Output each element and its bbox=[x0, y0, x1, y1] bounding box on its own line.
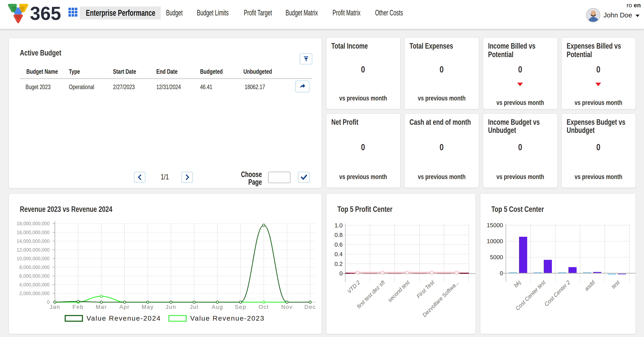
svg-text:Jan: Jan bbox=[50, 304, 60, 310]
svg-text:1.0: 1.0 bbox=[334, 222, 342, 228]
svg-text:Value Revenue-2023: Value Revenue-2023 bbox=[190, 314, 264, 322]
svg-text:0.6: 0.6 bbox=[334, 241, 342, 248]
svg-text:VTD 2: VTD 2 bbox=[346, 279, 361, 294]
svg-text:Jul: Jul bbox=[190, 304, 198, 310]
svg-text:4,000,000,000: 4,000,000,000 bbox=[19, 282, 50, 287]
svg-text:Cost Center 2: Cost Center 2 bbox=[543, 279, 571, 307]
svg-text:10000: 10000 bbox=[486, 238, 503, 244]
svg-text:8,000,000,000: 8,000,000,000 bbox=[19, 264, 50, 270]
svg-text:15000: 15000 bbox=[486, 222, 503, 228]
svg-text:Mar: Mar bbox=[96, 304, 107, 310]
svg-text:0.4: 0.4 bbox=[334, 251, 342, 257]
svg-text:May: May bbox=[142, 304, 154, 310]
svg-text:Feb: Feb bbox=[72, 304, 84, 310]
svg-text:First Test: First Test bbox=[415, 279, 436, 299]
svg-text:12,000,000,000: 12,000,000,000 bbox=[16, 247, 50, 252]
svg-text:bkj: bkj bbox=[512, 279, 522, 288]
svg-text:2,000,000,000: 2,000,000,000 bbox=[19, 290, 50, 296]
svg-text:0.2: 0.2 bbox=[334, 260, 342, 267]
svg-text:16,000,000,000: 16,000,000,000 bbox=[16, 230, 50, 235]
svg-text:Jun: Jun bbox=[166, 304, 176, 310]
svg-text:Sep: Sep bbox=[235, 304, 246, 310]
svg-text:0: 0 bbox=[47, 299, 50, 304]
svg-text:test: test bbox=[610, 279, 621, 290]
svg-text:14,000,000,000: 14,000,000,000 bbox=[16, 238, 50, 244]
svg-text:10,000,000,000: 10,000,000,000 bbox=[16, 256, 50, 261]
svg-text:Aug: Aug bbox=[212, 304, 223, 310]
svg-text:asdd: asdd bbox=[583, 279, 596, 292]
svg-text:0.8: 0.8 bbox=[334, 232, 342, 238]
svg-text:6,000,000,000: 6,000,000,000 bbox=[19, 273, 50, 278]
svg-text:Apr: Apr bbox=[119, 304, 130, 310]
svg-text:Value Revenue-2024: Value Revenue-2024 bbox=[86, 314, 161, 322]
svg-text:second test: second test bbox=[386, 279, 411, 303]
svg-text:Dec: Dec bbox=[304, 304, 316, 310]
svg-text:Nov: Nov bbox=[281, 304, 293, 310]
svg-text:Oct: Oct bbox=[258, 304, 269, 310]
svg-text:5000: 5000 bbox=[490, 254, 503, 260]
svg-text:18,000,000,000: 18,000,000,000 bbox=[16, 221, 50, 226]
